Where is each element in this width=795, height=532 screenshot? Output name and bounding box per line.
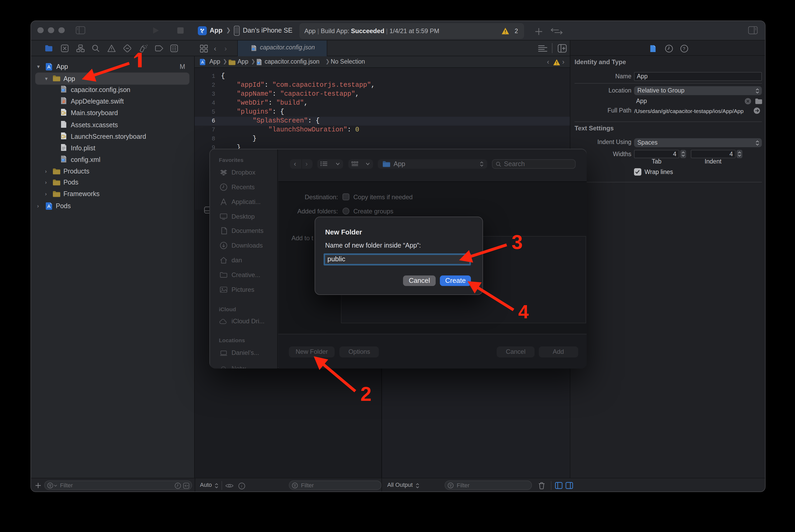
svg-text:T: T xyxy=(62,89,64,92)
svg-text:i: i xyxy=(241,483,242,488)
svg-text:?: ? xyxy=(682,46,685,51)
svg-text:T: T xyxy=(258,62,259,64)
svg-text:T: T xyxy=(62,159,64,162)
